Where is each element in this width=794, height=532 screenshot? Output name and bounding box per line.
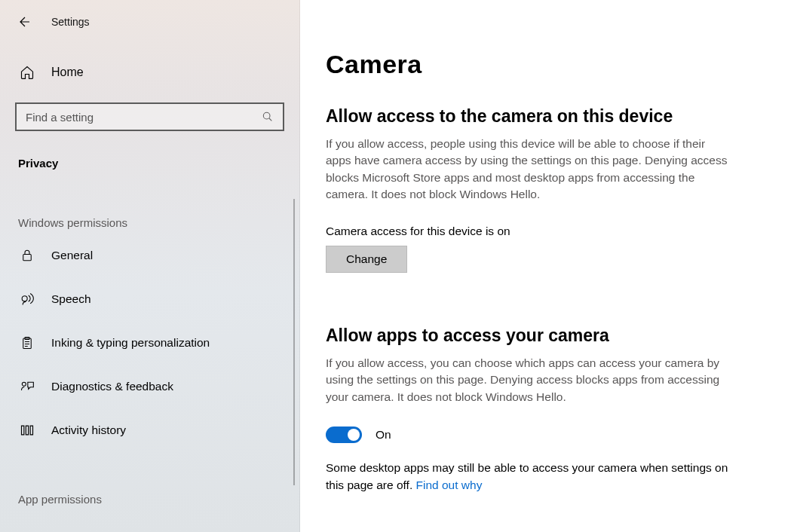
category-title: Privacy <box>0 131 299 170</box>
back-icon[interactable] <box>18 15 32 29</box>
nav-label: General <box>51 249 93 262</box>
search-icon <box>262 111 274 123</box>
sidebar-item-activity[interactable]: Activity history <box>0 408 299 452</box>
clipboard-icon <box>20 335 35 350</box>
page-title: Camera <box>326 50 764 79</box>
speech-icon <box>20 292 35 307</box>
section1-heading: Allow access to the camera on this devic… <box>326 106 764 127</box>
sidebar-item-home[interactable]: Home <box>0 35 299 84</box>
section1-desc: If you allow access, people using this d… <box>326 136 733 203</box>
home-label: Home <box>51 66 84 79</box>
change-button[interactable]: Change <box>326 246 407 273</box>
section1-status: Camera access for this device is on <box>326 225 764 238</box>
section2-heading: Allow apps to access your camera <box>326 326 764 346</box>
nav-label: Diagnostics & feedback <box>51 380 173 393</box>
svg-point-0 <box>263 112 270 119</box>
home-icon <box>20 65 35 80</box>
main-content: Camera Allow access to the camera on thi… <box>300 0 794 532</box>
sidebar-item-speech[interactable]: Speech <box>0 277 299 321</box>
activity-icon <box>20 423 35 438</box>
group-app-permissions: App permissions <box>0 452 299 510</box>
find-out-why-link[interactable]: Find out why <box>416 478 483 491</box>
nav-label: Speech <box>51 292 91 306</box>
section2-note: Some desktop apps may still be able to a… <box>326 460 733 494</box>
sidebar: Settings Home Privacy Windows permission… <box>0 0 300 532</box>
search-container <box>0 84 299 131</box>
app-title: Settings <box>51 16 90 28</box>
feedback-icon <box>20 379 35 394</box>
svg-point-5 <box>22 382 26 386</box>
toggle-row: On <box>326 427 764 443</box>
svg-point-2 <box>22 296 27 301</box>
toggle-label: On <box>376 428 391 442</box>
note-text: Some desktop apps may still be able to a… <box>326 461 728 491</box>
scrollbar[interactable] <box>293 199 295 485</box>
group-windows-permissions: Windows permissions <box>0 170 299 234</box>
search-input[interactable] <box>26 111 262 124</box>
sidebar-item-diagnostics[interactable]: Diagnostics & feedback <box>0 365 299 408</box>
search-box[interactable] <box>15 102 284 131</box>
lock-icon <box>20 248 35 263</box>
apps-access-toggle[interactable] <box>326 427 362 443</box>
svg-rect-1 <box>23 255 32 261</box>
nav-label: Activity history <box>51 423 126 437</box>
sidebar-item-general[interactable]: General <box>0 234 299 277</box>
section2-desc: If you allow access, you can choose whic… <box>326 355 733 405</box>
sidebar-header: Settings <box>0 0 299 35</box>
toggle-knob <box>348 429 360 441</box>
sidebar-item-inking[interactable]: Inking & typing personalization <box>0 321 299 365</box>
nav-label: Inking & typing personalization <box>51 336 210 350</box>
